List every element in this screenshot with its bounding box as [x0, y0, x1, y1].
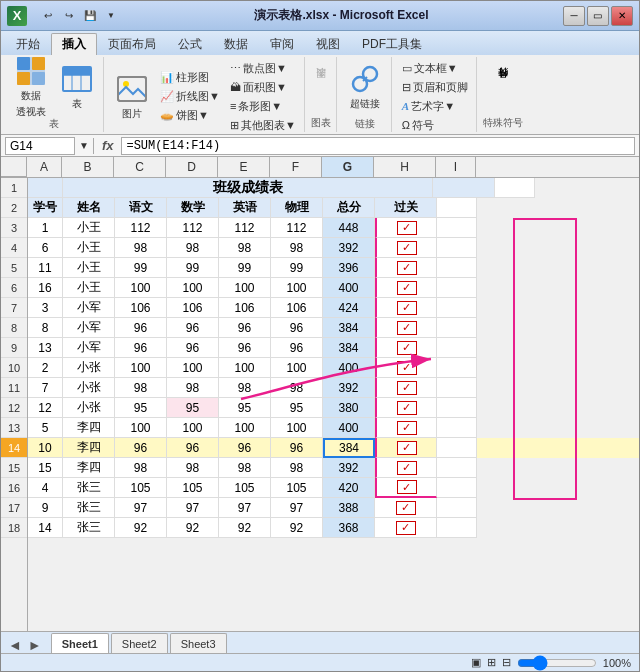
cell-b18[interactable]: 张三: [63, 518, 115, 538]
cell-a5[interactable]: 11: [28, 258, 63, 278]
cell-i16[interactable]: [437, 478, 477, 498]
cell-g11[interactable]: 392: [323, 378, 375, 398]
redo-button[interactable]: ↪: [60, 7, 78, 25]
cell-h10[interactable]: [375, 358, 437, 378]
checkbox-h6[interactable]: [397, 281, 417, 295]
cell-h5[interactable]: [375, 258, 437, 278]
sheet-tab-3[interactable]: Sheet3: [170, 633, 227, 653]
cell-h7[interactable]: [375, 298, 437, 318]
cell-b5[interactable]: 小王: [63, 258, 115, 278]
cell-d3[interactable]: 112: [167, 218, 219, 238]
cell-g18[interactable]: 368: [323, 518, 375, 538]
pie-chart-button[interactable]: 🥧 饼图▼: [156, 107, 224, 125]
cell-c2[interactable]: 语文: [115, 198, 167, 218]
cell-ref-dropdown[interactable]: ▼: [79, 140, 89, 151]
cell-e6[interactable]: 100: [219, 278, 271, 298]
cell-i5[interactable]: [437, 258, 477, 278]
cell-g12[interactable]: 380: [323, 398, 375, 418]
cell-f10[interactable]: 100: [271, 358, 323, 378]
cell-g4[interactable]: 392: [323, 238, 375, 258]
cell-f5[interactable]: 99: [271, 258, 323, 278]
bar-chart-button[interactable]: ≡ 条形图▼: [226, 97, 300, 115]
col-header-f[interactable]: F: [270, 157, 322, 177]
cell-a9[interactable]: 13: [28, 338, 63, 358]
cell-a13[interactable]: 5: [28, 418, 63, 438]
cell-i9[interactable]: [437, 338, 477, 358]
cell-h4[interactable]: [375, 238, 437, 258]
cell-i12[interactable]: [437, 398, 477, 418]
cell-g13[interactable]: 400: [323, 418, 375, 438]
cell-b13[interactable]: 李四: [63, 418, 115, 438]
cell-e14[interactable]: 96: [219, 438, 271, 458]
col-header-d[interactable]: D: [166, 157, 218, 177]
cell-h2[interactable]: 过关: [375, 198, 437, 218]
cell-c9[interactable]: 96: [115, 338, 167, 358]
cell-c10[interactable]: 100: [115, 358, 167, 378]
cell-h17[interactable]: [375, 498, 437, 518]
row-header-15[interactable]: 15: [1, 458, 27, 478]
cell-e10[interactable]: 100: [219, 358, 271, 378]
cell-e11[interactable]: 98: [219, 378, 271, 398]
cell-a2[interactable]: 学号: [28, 198, 63, 218]
cell-h8[interactable]: [375, 318, 437, 338]
cell-c7[interactable]: 106: [115, 298, 167, 318]
cell-b7[interactable]: 小军: [63, 298, 115, 318]
cell-f6[interactable]: 100: [271, 278, 323, 298]
cell-i6[interactable]: [437, 278, 477, 298]
cell-a3[interactable]: 1: [28, 218, 63, 238]
cell-h14[interactable]: [375, 438, 437, 458]
checkbox-h3[interactable]: [397, 221, 417, 235]
picture-button[interactable]: 图片: [110, 69, 154, 125]
row-header-18[interactable]: 18: [1, 518, 27, 538]
sheet-nav-left[interactable]: ◄: [5, 637, 25, 653]
quick-save-button[interactable]: 💾: [81, 7, 99, 25]
cell-b16[interactable]: 张三: [63, 478, 115, 498]
row-header-2[interactable]: 2: [1, 198, 27, 218]
row-header-4[interactable]: 4: [1, 238, 27, 258]
cell-c3[interactable]: 112: [115, 218, 167, 238]
row-header-3[interactable]: 3: [1, 218, 27, 238]
cell-e7[interactable]: 106: [219, 298, 271, 318]
cell-b12[interactable]: 小张: [63, 398, 115, 418]
cell-a14[interactable]: 10: [28, 438, 63, 458]
cell-g14[interactable]: 384: [323, 438, 375, 458]
row-header-5[interactable]: 5: [1, 258, 27, 278]
cell-i13[interactable]: [437, 418, 477, 438]
cell-c12[interactable]: 95: [115, 398, 167, 418]
cell-f7[interactable]: 106: [271, 298, 323, 318]
cell-d8[interactable]: 96: [167, 318, 219, 338]
cell-e5[interactable]: 99: [219, 258, 271, 278]
row-header-6[interactable]: 6: [1, 278, 27, 298]
view-break-icon[interactable]: ⊟: [502, 656, 511, 669]
col-header-g[interactable]: G: [322, 157, 374, 177]
cell-e18[interactable]: 92: [219, 518, 271, 538]
cell-i2[interactable]: [437, 198, 477, 218]
cell-i1[interactable]: [495, 178, 535, 198]
cell-d2[interactable]: 数学: [167, 198, 219, 218]
cell-b4[interactable]: 小王: [63, 238, 115, 258]
checkbox-h4[interactable]: [397, 241, 417, 255]
checkbox-h11[interactable]: [397, 381, 417, 395]
formula-input[interactable]: [121, 137, 635, 155]
cell-d11[interactable]: 98: [167, 378, 219, 398]
tab-view[interactable]: 视图: [305, 33, 351, 55]
cell-g5[interactable]: 396: [323, 258, 375, 278]
cell-a6[interactable]: 16: [28, 278, 63, 298]
cell-e3[interactable]: 112: [219, 218, 271, 238]
symbol-button[interactable]: Ω 符号: [398, 116, 472, 134]
cell-g17[interactable]: 388: [323, 498, 375, 518]
checkbox-h10[interactable]: [397, 361, 417, 375]
checkbox-h8[interactable]: [397, 321, 417, 335]
cell-h11[interactable]: [375, 378, 437, 398]
cell-a7[interactable]: 3: [28, 298, 63, 318]
row-header-14[interactable]: 14: [1, 438, 27, 458]
col-header-e[interactable]: E: [218, 157, 270, 177]
cell-g7[interactable]: 424: [323, 298, 375, 318]
cell-reference-box[interactable]: G14: [5, 137, 75, 155]
cell-b15[interactable]: 李四: [63, 458, 115, 478]
tab-insert[interactable]: 插入: [51, 33, 97, 55]
cell-h16[interactable]: [375, 478, 437, 498]
checkbox-h5[interactable]: [397, 261, 417, 275]
cell-f14[interactable]: 96: [271, 438, 323, 458]
cell-b8[interactable]: 小军: [63, 318, 115, 338]
